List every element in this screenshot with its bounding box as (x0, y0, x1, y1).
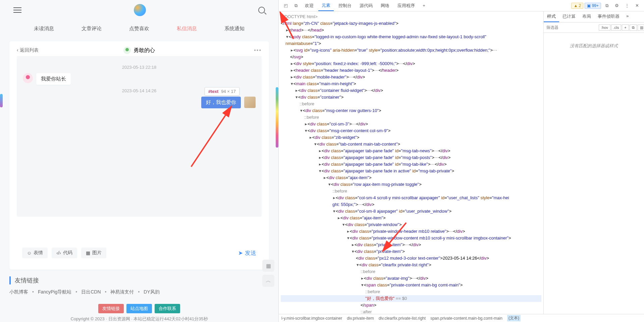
link-item[interactable]: DY风韵 (144, 289, 159, 295)
links-title: 友情链接 (9, 276, 269, 284)
footer-button[interactable]: 友情链接 (98, 304, 124, 313)
panel-icon[interactable]: ▥ (638, 24, 644, 31)
dt-tab-sources[interactable]: 源代码 (356, 1, 376, 11)
message-bubble: 我爱你站长 (36, 73, 71, 85)
close-icon[interactable]: ✕ (633, 1, 641, 10)
more-icon[interactable]: » (623, 11, 632, 22)
footer-button[interactable]: 合作联系 (155, 304, 180, 313)
styles-filter-input[interactable] (545, 24, 598, 31)
cls-button[interactable]: .cls (611, 24, 622, 31)
avatar (244, 97, 256, 108)
crumb[interactable]: l-y.mini-scrollbar.imgbox-container (281, 316, 342, 321)
crumb[interactable]: div.clearfix.private-list.right (379, 316, 426, 321)
tab-comments[interactable]: 文章评论 (82, 23, 102, 34)
plus-icon[interactable]: + (622, 24, 629, 31)
styles-tab[interactable]: 样式 (544, 11, 559, 22)
annotation-arrow (171, 100, 245, 173)
messages-pane: 2023-05-13 22:18 我爱你站长 2023-05-14 14:26 … (17, 56, 262, 217)
dt-tab-welcome[interactable]: 欢迎 (302, 1, 317, 11)
crumb[interactable]: (文本) (507, 315, 521, 321)
dt-tab-app[interactable]: 应用程序 (394, 1, 418, 11)
emoji-button[interactable]: ☺ 表情 (22, 248, 48, 258)
inspect-tooltip: #text 94 × 17 (205, 87, 239, 96)
dock-icon[interactable]: ⧉ (602, 1, 611, 10)
svg-line-0 (191, 106, 231, 167)
add-tab-icon[interactable]: + (420, 1, 428, 10)
issues-badge[interactable]: ▣ 99+ (585, 3, 601, 9)
message-bubble: 好，我也爱你 (201, 97, 241, 108)
menu-icon[interactable] (13, 6, 21, 14)
scroll-top-button[interactable]: ︿ (262, 275, 274, 287)
breadcrumb[interactable]: l-y.mini-scrollbar.imgbox-container div.… (279, 314, 644, 322)
tab-unread[interactable]: 未读消息 (34, 23, 54, 34)
listeners-tab[interactable]: 事件侦听器 (594, 11, 623, 22)
code-button[interactable]: ‹/› 代码 (52, 248, 77, 258)
image-button[interactable]: ▦ 图片 (81, 248, 106, 258)
dom-tree[interactable]: <!DOCTYPE html> <html lang="zh-CN" class… (279, 11, 543, 314)
dt-tab-console[interactable]: 控制台 (335, 1, 355, 11)
back-button[interactable]: ‹ 返回列表 (17, 47, 39, 53)
computed-tab[interactable]: 已计算 (559, 11, 579, 22)
layout-tab[interactable]: 布局 (579, 11, 594, 22)
warnings-badge[interactable]: ▲ 2 (571, 3, 583, 9)
composer: ☺ 表情 ‹/› 代码 ▦ 图片 ➤ 发送 (17, 221, 262, 264)
tab-system[interactable]: 系统通知 (224, 23, 245, 34)
inspect-icon[interactable]: ◰ (281, 1, 290, 10)
send-button[interactable]: ➤ 发送 (238, 249, 256, 257)
decoration (276, 87, 278, 148)
styles-empty: 没有匹配的选择器或样式 (544, 33, 644, 59)
qr-button[interactable]: ▦ (262, 260, 274, 272)
link-item[interactable]: 神易清支付 (110, 289, 134, 295)
timestamp: 2023-05-13 22:18 (23, 65, 256, 70)
devtools-toolbar: ◰ ⧉ 欢迎 元素 控制台 源代码 网络 应用程序 + ▲ 2 ▣ 99+ ⧉ … (279, 0, 644, 11)
tab-private[interactable]: 私信消息 (177, 23, 197, 34)
hov-button[interactable]: :hov (599, 24, 610, 31)
link-item[interactable]: FancyPig导航站 (38, 289, 71, 295)
settings-icon[interactable]: ⚙ (612, 1, 621, 10)
styles-panel: 样式 已计算 布局 事件侦听器 » :hov .cls + ⧉ ▥ 没有匹配的选… (543, 11, 644, 314)
link-item[interactable]: 小凯博客 (9, 289, 28, 295)
device-icon[interactable]: ⧉ (291, 1, 300, 10)
chat-name: 勇敢的心 (133, 47, 155, 54)
footer-button[interactable]: 站点地图 (126, 304, 152, 313)
copyright: Copyright © 2023 · 日出资源网 · 本站已稳定运行442天02… (0, 316, 278, 322)
avatar (123, 47, 131, 54)
kebab-icon[interactable]: ⋮ (623, 1, 631, 10)
more-icon[interactable]: ••• (254, 47, 262, 53)
link-item[interactable]: 日出CDN (81, 289, 101, 295)
crumb[interactable]: div.private-item (347, 316, 374, 321)
compose-input[interactable] (22, 227, 256, 244)
copy-icon[interactable]: ⧉ (630, 24, 637, 31)
message-tabs: 未读消息 文章评论 点赞喜欢 私信消息 系统通知 (0, 20, 278, 37)
site-logo[interactable] (134, 4, 146, 16)
decoration (0, 94, 3, 107)
search-icon[interactable] (258, 7, 265, 13)
crumb[interactable]: span.private-content.main-bg.comt-main (430, 316, 502, 321)
dt-tab-network[interactable]: 网络 (377, 1, 393, 11)
avatar (23, 73, 33, 83)
dt-tab-elements[interactable]: 元素 (318, 0, 334, 11)
tab-likes[interactable]: 点赞喜欢 (129, 23, 149, 34)
